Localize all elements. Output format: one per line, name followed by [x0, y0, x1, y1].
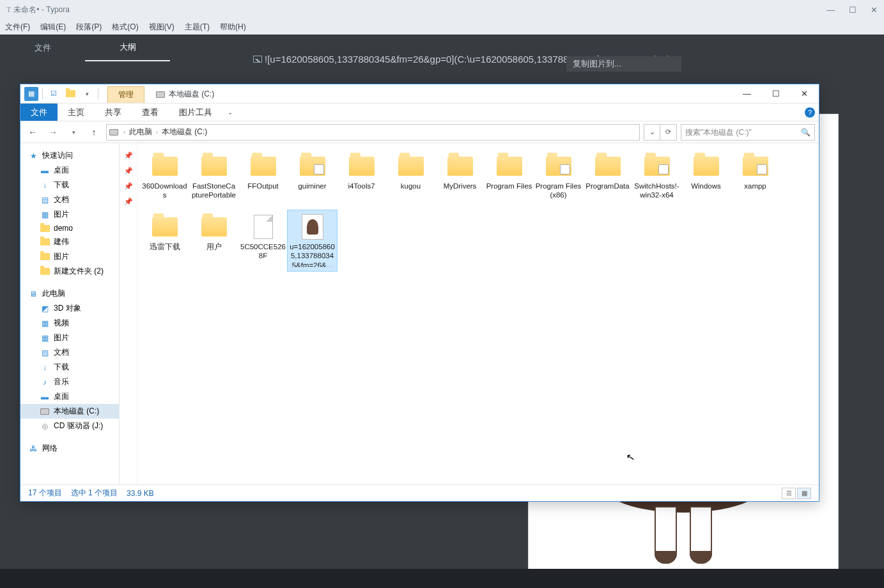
file-item[interactable]: Windows — [681, 150, 731, 210]
sidebar-tab-outline[interactable]: 大纲 — [85, 35, 170, 61]
nav-up-button[interactable]: ↑ — [86, 124, 102, 141]
copy-image-tooltip[interactable]: 复制图片到... — [566, 56, 681, 72]
close-button[interactable]: ✕ — [790, 84, 819, 103]
tree-documents[interactable]: ▤文档 — [20, 345, 119, 360]
typora-titlebar[interactable]: T 未命名• - Typora — ☐ ✕ — [0, 0, 884, 19]
file-item[interactable]: 用户 — [189, 210, 238, 271]
file-item[interactable]: MyDrivers — [435, 150, 485, 210]
ribbon-help-button[interactable]: ? — [801, 104, 819, 121]
menu-file[interactable]: 文件(F) — [5, 22, 30, 33]
menu-edit[interactable]: 编辑(E) — [40, 22, 66, 33]
view-icons-button[interactable]: ▦ — [797, 488, 811, 499]
nav-recent-dropdown[interactable]: ▾ — [65, 124, 82, 141]
windows-taskbar[interactable] — [0, 569, 884, 588]
file-item[interactable]: i4Tools7 — [337, 150, 386, 210]
manage-context-tab[interactable]: 管理 — [107, 86, 144, 103]
file-label: xampp — [744, 182, 766, 190]
qat-checkbox-icon[interactable]: ☑ — [47, 87, 61, 101]
tree-qa-jianwei[interactable]: 建伟 — [20, 235, 119, 249]
explorer-ribbon: 文件 主页 共享 查看 图片工具 ⌄ ? — [20, 104, 819, 121]
file-item[interactable]: FFOutput — [238, 150, 288, 210]
tree-qa-desktop[interactable]: ▬桌面 — [20, 163, 119, 178]
menu-format[interactable]: 格式(O) — [112, 22, 138, 33]
menu-theme[interactable]: 主题(T) — [185, 22, 210, 33]
tree-qa-demo[interactable]: demo — [20, 222, 119, 235]
tree-videos[interactable]: ▦视频 — [20, 316, 119, 330]
tree-cd-drive[interactable]: ◎CD 驱动器 (J:) — [20, 419, 119, 433]
maximize-button[interactable]: ☐ — [761, 84, 790, 103]
folder-icon — [40, 224, 50, 233]
download-icon: ↓ — [40, 181, 50, 190]
desktop-icon: ▬ — [40, 392, 50, 401]
file-item[interactable]: FastStoneCapturePortable — [189, 150, 238, 210]
menu-paragraph[interactable]: 段落(P) — [76, 22, 102, 33]
tree-pictures[interactable]: ▦图片 — [20, 330, 119, 345]
tree-this-pc[interactable]: 🖥此电脑 — [20, 286, 119, 301]
ribbon-tab-file[interactable]: 文件 — [20, 104, 58, 121]
sidebar-tab-files[interactable]: 文件 — [0, 35, 85, 61]
search-input[interactable] — [685, 128, 801, 137]
menu-view[interactable]: 视图(V) — [149, 22, 174, 33]
search-icon[interactable]: 🔍 — [801, 128, 810, 137]
explorer-titlebar[interactable]: ▦ ☑ ▾ 管理 本地磁盘 (C:) — ☐ ✕ — [20, 84, 819, 104]
pin-icon[interactable]: 📌 — [124, 151, 133, 160]
qat-dropdown-icon[interactable]: ▾ — [80, 87, 94, 101]
menu-help[interactable]: 帮助(H) — [220, 22, 246, 33]
folder-icon — [446, 153, 475, 179]
pin-icon[interactable]: 📌 — [124, 167, 133, 176]
ribbon-tab-picture-tools[interactable]: 图片工具 — [169, 104, 222, 121]
tree-desktop[interactable]: ▬桌面 — [20, 389, 119, 404]
file-item[interactable]: ProgramData — [583, 150, 632, 210]
file-item[interactable]: 迅雷下载 — [140, 210, 189, 271]
tree-drive-c[interactable]: 本地磁盘 (C:) — [20, 404, 119, 419]
close-button[interactable]: ✕ — [871, 5, 878, 15]
tree-qa-pictures[interactable]: ▦图片 — [20, 207, 119, 222]
tree-downloads[interactable]: ↓下载 — [20, 360, 119, 375]
nav-forward-button[interactable]: → — [45, 124, 61, 141]
file-item[interactable]: u=1620058605,1337880345&fm=26&... — [288, 210, 337, 271]
file-item[interactable]: kugou — [386, 150, 435, 210]
markdown-image-line[interactable]: ![u=1620058605,1337880345&fm=26&gp=0](C:… — [253, 54, 871, 65]
pin-icon[interactable]: 📌 — [124, 182, 133, 191]
file-item[interactable]: 5C50CCE5268F — [238, 210, 288, 271]
file-item[interactable]: SwitchHosts!-win32-x64 — [632, 150, 681, 210]
breadcrumb-this-pc[interactable]: 此电脑 — [127, 127, 155, 137]
file-label: 360Downloads — [141, 182, 188, 200]
minimize-button[interactable]: — — [826, 5, 835, 15]
tree-qa-documents[interactable]: ▤文档 — [20, 192, 119, 207]
file-item[interactable]: xampp — [731, 150, 780, 210]
ribbon-tab-view[interactable]: 查看 — [132, 104, 169, 121]
tree-quick-access[interactable]: ★快速访问 — [20, 148, 119, 163]
qat-properties-icon[interactable]: ▦ — [24, 87, 38, 101]
tree-qa-newfolder2[interactable]: 新建文件夹 (2) — [20, 264, 119, 279]
view-details-button[interactable]: ☰ — [782, 488, 796, 499]
refresh-button[interactable]: ⟳ — [660, 124, 677, 141]
tree-network[interactable]: 🖧网络 — [20, 441, 119, 456]
breadcrumb-drive-c[interactable]: 本地磁盘 (C:) — [159, 127, 210, 137]
file-item[interactable]: 360Downloads — [140, 150, 189, 210]
file-item[interactable]: guiminer — [288, 150, 337, 210]
address-breadcrumb[interactable]: › 此电脑 › 本地磁盘 (C:) — [106, 124, 640, 141]
tree-3d-objects[interactable]: ◩3D 对象 — [20, 301, 119, 316]
address-dropdown-icon[interactable]: ⌄ — [644, 124, 660, 141]
maximize-button[interactable]: ☐ — [849, 5, 857, 15]
pin-icon[interactable]: 📌 — [124, 197, 133, 206]
ribbon-tab-share[interactable]: 共享 — [95, 104, 132, 121]
file-label: Program Files — [486, 182, 532, 190]
qat-folder-icon[interactable] — [63, 87, 77, 101]
folder-icon — [150, 153, 180, 179]
pin-column: 📌 📌 📌 📌 — [120, 143, 137, 484]
typora-window-controls: — ☐ ✕ — [826, 5, 878, 15]
minimize-button[interactable]: — — [733, 84, 761, 103]
file-list[interactable]: 360DownloadsFastStoneCapturePortableFFOu… — [137, 143, 819, 484]
file-item[interactable]: Program Files — [485, 150, 534, 210]
ribbon-expand-icon[interactable]: ⌄ — [222, 104, 238, 121]
tree-qa-pictures2[interactable]: 图片 — [20, 249, 119, 264]
search-box[interactable]: 🔍 — [681, 124, 815, 141]
nav-back-button[interactable]: ← — [24, 124, 41, 141]
navigation-tree[interactable]: ★快速访问 ▬桌面 ↓下载 ▤文档 ▦图片 demo 建伟 图片 新建文件夹 (… — [20, 143, 120, 484]
tree-qa-downloads[interactable]: ↓下载 — [20, 178, 119, 192]
file-item[interactable]: Program Files (x86) — [534, 150, 583, 210]
tree-music[interactable]: ♪音乐 — [20, 375, 119, 389]
ribbon-tab-home[interactable]: 主页 — [58, 104, 95, 121]
